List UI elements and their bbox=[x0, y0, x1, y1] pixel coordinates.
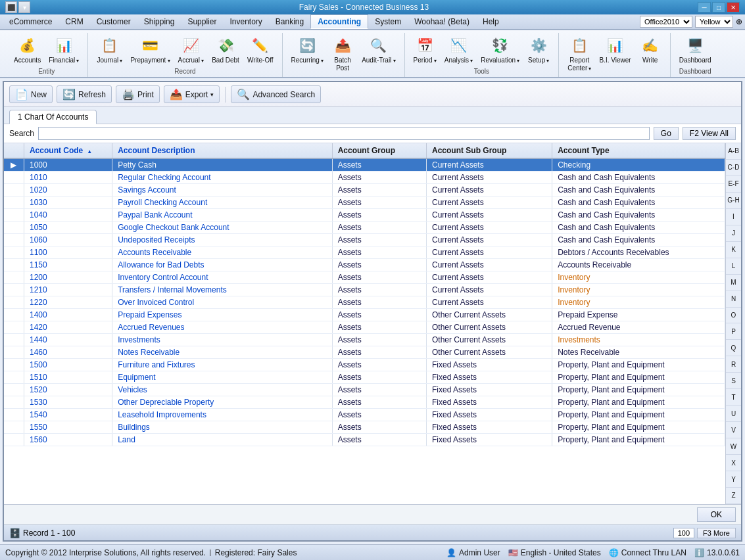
alpha-btn-y[interactable]: Y bbox=[726, 471, 741, 488]
ribbon-btn-audittrail[interactable]: 🔍 Audit-Trail bbox=[358, 33, 398, 66]
alpha-btn-v[interactable]: V bbox=[726, 422, 741, 438]
alpha-btn-s[interactable]: S bbox=[726, 373, 741, 389]
alpha-btn-gh[interactable]: G-H bbox=[726, 193, 741, 209]
menu-supplier[interactable]: Supplier bbox=[181, 14, 223, 29]
alpha-btn-x[interactable]: X bbox=[726, 455, 741, 471]
ribbon-btn-prepayment[interactable]: 💳 Prepayment bbox=[127, 33, 173, 66]
ok-button[interactable]: OK bbox=[697, 507, 736, 522]
menu-shipping[interactable]: Shipping bbox=[137, 14, 181, 29]
ribbon-btn-journal[interactable]: 📋 Journal bbox=[93, 33, 126, 66]
alpha-btn-u[interactable]: U bbox=[726, 406, 741, 422]
table-row[interactable]: 1150Allowance for Bad DebtsAssetsCurrent… bbox=[4, 259, 725, 271]
menu-banking[interactable]: Banking bbox=[269, 14, 310, 29]
alpha-btn-q[interactable]: Q bbox=[726, 340, 741, 356]
alpha-btn-z[interactable]: Z bbox=[726, 488, 741, 504]
menu-customer[interactable]: Customer bbox=[90, 14, 137, 29]
alpha-btn-k[interactable]: K bbox=[726, 242, 741, 258]
ribbon-btn-recurring[interactable]: 🔄 Recurring bbox=[288, 33, 327, 66]
ribbon-btn-period[interactable]: 📅 Period bbox=[410, 33, 440, 66]
menu-help[interactable]: Help bbox=[476, 14, 506, 29]
menu-ecommerce[interactable]: eCommerce bbox=[3, 14, 59, 29]
ribbon-btn-accrual[interactable]: 📈 Accrual bbox=[175, 33, 208, 66]
table-row[interactable]: 1060Undeposited ReceiptsAssetsCurrent As… bbox=[4, 234, 725, 246]
advanced-search-button[interactable]: 🔍 Advanced Search bbox=[231, 85, 321, 103]
alpha-btn-i[interactable]: I bbox=[726, 209, 741, 225]
table-row[interactable]: 1220Over Invoiced ControlAssetsCurrent A… bbox=[4, 296, 725, 309]
table-row[interactable]: 1540Leasehold ImprovementsAssetsFixed As… bbox=[4, 409, 725, 421]
f2-view-all-button[interactable]: F2 View All bbox=[683, 127, 736, 140]
table-row[interactable]: ▶1000Petty CashAssetsCurrent AssetsCheck… bbox=[4, 158, 725, 172]
f3-more-button[interactable]: F3 More bbox=[697, 528, 736, 538]
ribbon-btn-reportcenter[interactable]: 📋 ReportCenter bbox=[564, 33, 594, 74]
table-row[interactable]: 1040Paypal Bank AccountAssetsCurrent Ass… bbox=[4, 209, 725, 222]
cell-account-type: Accrued Revenue bbox=[552, 321, 725, 334]
go-button[interactable]: Go bbox=[654, 127, 679, 140]
table-row[interactable]: 1210Transfers / Internal MovementsAssets… bbox=[4, 284, 725, 296]
table-row[interactable]: 1510EquipmentAssetsFixed AssetsProperty,… bbox=[4, 371, 725, 384]
alpha-btn-l[interactable]: L bbox=[726, 258, 741, 275]
ribbon-btn-batchpost[interactable]: 📤 BatchPost bbox=[328, 33, 357, 74]
ribbon-btn-analysis[interactable]: 📉 Analysis bbox=[441, 33, 476, 66]
color-theme-select[interactable]: Yellow bbox=[695, 16, 733, 28]
menu-accounting[interactable]: Accounting bbox=[310, 14, 368, 29]
menu-inventory[interactable]: Inventory bbox=[223, 14, 268, 29]
menu-woohaa[interactable]: Woohaa! (Beta) bbox=[408, 14, 476, 29]
export-button[interactable]: 📤 Export ▾ bbox=[164, 85, 220, 103]
toolbar: 📄 New 🔄 Refresh 🖨️ Print 📤 Export ▾ bbox=[4, 82, 741, 107]
office-theme-select[interactable]: Office2010 bbox=[640, 16, 692, 28]
table-row[interactable]: 1440InvestmentsAssetsOther Current Asset… bbox=[4, 334, 725, 346]
alpha-btn-w[interactable]: W bbox=[726, 438, 741, 455]
ribbon-btn-setup[interactable]: ⚙️ Setup bbox=[524, 33, 553, 66]
table-row[interactable]: 1520VehiclesAssetsFixed AssetsProperty, … bbox=[4, 384, 725, 396]
accounts-table-container[interactable]: Account Code ▲ Account Description Accou… bbox=[4, 143, 725, 504]
table-row[interactable]: 1030Payroll Checking AccountAssetsCurren… bbox=[4, 197, 725, 209]
table-row[interactable]: 1400Prepaid ExpensesAssetsOther Current … bbox=[4, 309, 725, 321]
ribbon-btn-writeoff[interactable]: ✏️ Write-Off bbox=[244, 33, 277, 66]
close-btn[interactable]: ✕ bbox=[727, 2, 740, 12]
col-header-account-group[interactable]: Account Group bbox=[332, 143, 426, 158]
ribbon-btn-financial[interactable]: 📊 Financial bbox=[45, 33, 82, 66]
alpha-btn-r[interactable]: R bbox=[726, 356, 741, 373]
menu-system[interactable]: System bbox=[368, 14, 408, 29]
col-header-account-subgroup[interactable]: Account Sub Group bbox=[427, 143, 552, 158]
table-row[interactable]: 1550BuildingsAssetsFixed AssetsProperty,… bbox=[4, 421, 725, 434]
table-row[interactable]: 1420Accrued RevenuesAssetsOther Current … bbox=[4, 321, 725, 334]
alpha-btn-ab[interactable]: A-B bbox=[726, 143, 741, 160]
table-row[interactable]: 1460Notes ReceivableAssetsOther Current … bbox=[4, 346, 725, 359]
quick-access-btn-1[interactable]: ⬛ bbox=[5, 1, 17, 13]
alpha-btn-p[interactable]: P bbox=[726, 323, 741, 340]
alpha-btn-n[interactable]: N bbox=[726, 291, 741, 308]
ribbon-btn-biviewer[interactable]: 📊 B.I. Viewer bbox=[596, 33, 635, 66]
table-row[interactable]: 1020Savings AccountAssetsCurrent AssetsC… bbox=[4, 184, 725, 197]
print-button[interactable]: 🖨️ Print bbox=[116, 85, 160, 103]
table-row[interactable]: 1500Furniture and FixturesAssetsFixed As… bbox=[4, 359, 725, 371]
alpha-btn-j[interactable]: J bbox=[726, 225, 741, 242]
alpha-btn-ef[interactable]: E-F bbox=[726, 176, 741, 193]
alpha-btn-o[interactable]: O bbox=[726, 308, 741, 324]
alpha-btn-t[interactable]: T bbox=[726, 389, 741, 406]
ribbon-btn-baddebt[interactable]: 💸 Bad Debt bbox=[208, 33, 243, 66]
table-row[interactable]: 1100Accounts ReceivableAssetsCurrent Ass… bbox=[4, 246, 725, 259]
ribbon-btn-revaluation[interactable]: 💱 Revaluation bbox=[477, 33, 523, 66]
table-row[interactable]: 1050Google Checkout Bank AccountAssetsCu… bbox=[4, 222, 725, 234]
alpha-btn-m[interactable]: M bbox=[726, 275, 741, 291]
alpha-btn-cd[interactable]: C-D bbox=[726, 160, 741, 176]
quick-access-btn-2[interactable]: ▾ bbox=[18, 1, 30, 13]
ribbon-btn-dashboard[interactable]: 🖥️ Dashboard bbox=[676, 33, 715, 66]
table-row[interactable]: 1530Other Depreciable PropertyAssetsFixe… bbox=[4, 396, 725, 409]
col-header-account-description[interactable]: Account Description bbox=[112, 143, 333, 158]
maximize-btn[interactable]: □ bbox=[712, 2, 725, 12]
menu-crm[interactable]: CRM bbox=[59, 14, 89, 29]
col-header-account-code[interactable]: Account Code ▲ bbox=[24, 143, 112, 158]
search-input[interactable] bbox=[38, 127, 650, 140]
tab-chart-of-accounts[interactable]: 1 Chart Of Accounts bbox=[9, 110, 97, 124]
refresh-button[interactable]: 🔄 Refresh bbox=[57, 85, 112, 103]
ribbon-btn-accounts[interactable]: 💰 Accounts bbox=[11, 33, 44, 66]
col-header-account-type[interactable]: Account Type bbox=[552, 143, 725, 158]
ribbon-btn-write[interactable]: ✍️ Write bbox=[636, 33, 665, 66]
table-row[interactable]: 1010Regular Checking AccountAssetsCurren… bbox=[4, 172, 725, 184]
minimize-btn[interactable]: ─ bbox=[698, 2, 711, 12]
new-button[interactable]: 📄 New bbox=[9, 85, 53, 103]
table-row[interactable]: 1200Inventory Control AccountAssetsCurre… bbox=[4, 271, 725, 284]
table-row[interactable]: 1560LandAssetsFixed AssetsProperty, Plan… bbox=[4, 434, 725, 446]
